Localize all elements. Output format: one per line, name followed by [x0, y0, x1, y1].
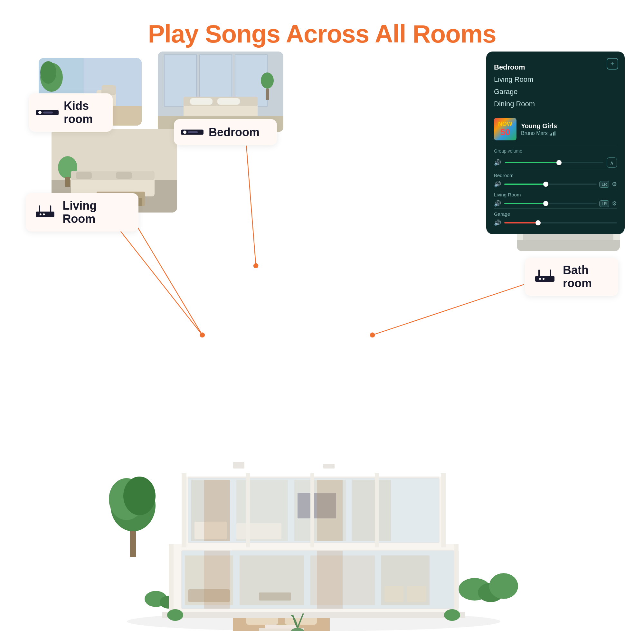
- room-list-item-dining[interactable]: Dining Room: [494, 98, 617, 110]
- svg-point-55: [40, 213, 42, 215]
- page-title: Play Songs Across All Rooms: [0, 0, 644, 49]
- bathroom-card[interactable]: Bath room: [525, 258, 618, 296]
- router-icon-living: [33, 204, 57, 221]
- artist-name: Bruno Mars: [521, 130, 548, 136]
- svg-rect-53: [39, 205, 40, 212]
- svg-rect-51: [43, 111, 53, 113]
- svg-point-69: [123, 477, 156, 515]
- svg-point-56: [43, 213, 45, 215]
- svg-point-14: [40, 61, 56, 84]
- volume-icon-living: 🔊: [494, 200, 502, 207]
- svg-rect-107: [441, 473, 446, 547]
- bedroom-volume-slider[interactable]: [504, 184, 597, 185]
- bedroom-gear-icon[interactable]: ⚙: [612, 181, 617, 188]
- svg-rect-112: [317, 480, 343, 541]
- svg-rect-96: [352, 480, 391, 541]
- add-room-button[interactable]: +: [607, 58, 618, 70]
- signal-bars: [550, 130, 555, 136]
- svg-point-64: [543, 278, 545, 280]
- svg-point-23: [261, 72, 274, 89]
- house-svg: [104, 357, 523, 631]
- svg-rect-85: [407, 586, 426, 602]
- svg-rect-24: [266, 89, 269, 100]
- now-playing-section: NOW 50 Young Girls Bruno Mars: [486, 113, 625, 145]
- svg-rect-22: [217, 98, 240, 105]
- living-room-label: Living Room: [62, 199, 129, 226]
- group-volume-row: 🔊 ∧: [486, 156, 625, 170]
- svg-rect-104: [246, 473, 250, 547]
- svg-rect-103: [182, 473, 186, 547]
- bathroom-label: Bath room: [563, 263, 592, 290]
- svg-rect-31: [65, 177, 70, 187]
- song-title: Young Girls: [521, 122, 617, 130]
- svg-rect-109: [454, 544, 459, 615]
- svg-point-4: [200, 333, 205, 338]
- main-area: Kids room Living Room Bedroom: [19, 52, 625, 631]
- svg-rect-62: [550, 270, 551, 277]
- svg-rect-21: [190, 98, 213, 105]
- bedroom-lr-badge[interactable]: LR: [599, 181, 609, 188]
- speaker-icon-bedroom: [181, 125, 204, 139]
- svg-point-115: [167, 609, 183, 621]
- svg-rect-90: [265, 625, 298, 629]
- svg-rect-59: [188, 131, 198, 133]
- svg-point-6: [370, 333, 375, 338]
- garage-vol-label: Garage: [486, 209, 625, 218]
- svg-rect-119: [323, 464, 335, 469]
- svg-point-50: [38, 111, 42, 114]
- svg-rect-52: [36, 212, 54, 217]
- collapse-button[interactable]: ∧: [607, 157, 617, 168]
- kids-room-card[interactable]: Kids room: [29, 93, 113, 132]
- svg-line-3: [373, 285, 524, 335]
- svg-point-5: [253, 263, 259, 268]
- svg-rect-108: [169, 544, 174, 615]
- app-panel: + Bedroom Living Room Garage Dining Room…: [486, 52, 625, 234]
- svg-rect-106: [375, 473, 379, 547]
- svg-rect-110: [162, 612, 465, 618]
- svg-rect-38: [116, 172, 132, 179]
- kids-room-label: Kids room: [64, 99, 93, 126]
- volume-icon-garage: 🔊: [494, 219, 502, 226]
- group-volume-label: Group volume: [486, 145, 625, 156]
- living-gear-icon[interactable]: ⚙: [612, 200, 617, 207]
- svg-rect-105: [310, 473, 314, 547]
- bedroom-vol-label: Bedroom: [486, 170, 625, 179]
- svg-rect-48: [517, 240, 620, 251]
- bedroom-label: Bedroom: [209, 126, 260, 139]
- svg-point-116: [444, 609, 460, 621]
- svg-rect-111: [204, 480, 230, 541]
- house-illustration-area: [19, 341, 625, 631]
- svg-rect-83: [259, 592, 291, 601]
- svg-rect-54: [50, 205, 51, 212]
- svg-rect-37: [76, 172, 92, 179]
- garage-vol-row: 🔊: [486, 218, 625, 228]
- garage-volume-slider[interactable]: [504, 222, 617, 223]
- svg-rect-36: [138, 198, 142, 206]
- living-vol-row: 🔊 LR ⚙: [486, 199, 625, 208]
- svg-rect-114: [317, 551, 343, 609]
- svg-rect-60: [535, 276, 554, 282]
- bedroom-card[interactable]: Bedroom: [174, 119, 277, 145]
- volume-icon-bedroom: 🔊: [494, 181, 502, 188]
- room-list-item-living[interactable]: Living Room: [494, 73, 617, 86]
- room-list: Bedroom Living Room Garage Dining Room: [486, 58, 625, 112]
- room-list-item-bedroom[interactable]: Bedroom: [494, 61, 617, 73]
- living-volume-slider[interactable]: [504, 203, 597, 204]
- svg-point-72: [489, 573, 518, 599]
- now-playing-info: Young Girls Bruno Mars: [521, 122, 617, 136]
- svg-rect-61: [538, 270, 540, 277]
- living-room-card[interactable]: Living Room: [26, 193, 138, 232]
- album-art: NOW 50: [494, 118, 516, 140]
- room-list-item-garage[interactable]: Garage: [494, 86, 617, 98]
- router-icon-bathroom: [532, 268, 558, 286]
- svg-rect-84: [384, 586, 404, 602]
- svg-line-2: [246, 146, 256, 266]
- svg-rect-113: [204, 551, 230, 609]
- speaker-icon-kids: [36, 105, 59, 120]
- living-vol-label: Living Room: [486, 189, 625, 199]
- living-lr-badge[interactable]: LR: [599, 200, 609, 207]
- svg-rect-98: [236, 523, 281, 539]
- group-volume-slider[interactable]: [505, 162, 603, 163]
- bedroom-vol-row: 🔊 LR ⚙: [486, 179, 625, 189]
- svg-rect-118: [233, 462, 244, 469]
